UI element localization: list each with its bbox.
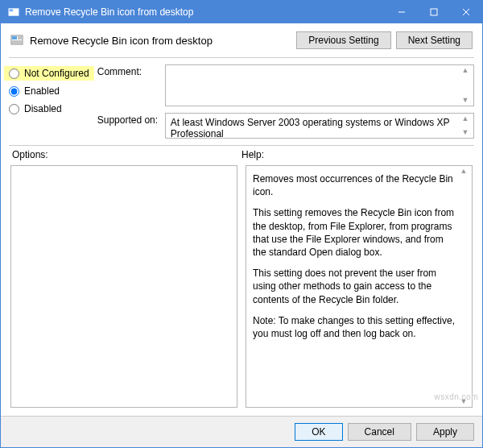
config-radios: Not Configured Enabled Disabled [9,64,89,139]
options-panel[interactable] [10,165,237,408]
help-p3: This setting does not prevent the user f… [253,267,456,306]
options-label: Options: [12,149,242,160]
maximize-button[interactable] [418,1,450,23]
supported-textbox: At least Windows Server 2003 operating s… [165,113,474,139]
policy-title: Remove Recycle Bin icon from desktop [30,35,290,47]
policy-header: Remove Recycle Bin icon from desktop Pre… [1,23,482,57]
titlebar: Remove Recycle Bin icon from desktop [1,1,482,23]
radio-not-configured[interactable]: Not Configured [4,66,94,81]
apply-button[interactable]: Apply [416,423,474,441]
policy-icon [7,6,20,19]
previous-setting-button[interactable]: Previous Setting [296,31,390,49]
radio-not-configured-label: Not Configured [24,68,89,79]
radio-disabled-label: Disabled [24,103,62,114]
help-p1: Removes most occurrences of the Recycle … [253,172,456,198]
panel-headers: Options: Help: [1,146,482,162]
help-label: Help: [242,149,471,160]
supported-scroll[interactable]: ▲▼ [459,115,472,136]
ok-button[interactable]: OK [295,423,342,441]
help-p2: This setting removes the Recycle Bin ico… [253,206,456,259]
radio-enabled-label: Enabled [24,85,60,97]
radio-enabled-input[interactable] [9,86,19,97]
supported-label: Supported on: [97,113,159,139]
radio-not-configured-input[interactable] [9,68,19,79]
close-button[interactable] [450,1,482,23]
svg-rect-2 [10,10,13,12]
window-title: Remove Recycle Bin icon from desktop [25,6,386,18]
svg-rect-4 [431,9,437,15]
svg-rect-8 [12,36,17,39]
config-area: Not Configured Enabled Disabled Comment:… [1,58,482,145]
minimize-button[interactable] [386,1,418,23]
radio-disabled-input[interactable] [9,104,19,114]
dialog-footer: OK Cancel Apply [1,416,482,447]
help-p4: Note: To make changes to this setting ef… [253,314,456,340]
panels: Removes most occurrences of the Recycle … [1,162,482,416]
next-setting-button[interactable]: Next Setting [396,31,473,49]
comment-label: Comment: [97,64,159,106]
help-scroll[interactable]: ▲▼ [457,168,470,405]
radio-disabled[interactable]: Disabled [9,103,89,114]
window-controls [386,1,482,23]
comment-textbox[interactable]: ▲▼ [165,64,474,106]
cancel-button[interactable]: Cancel [348,423,411,441]
radio-enabled[interactable]: Enabled [9,85,89,97]
comment-scroll[interactable]: ▲▼ [459,67,472,104]
policy-icon [10,34,23,47]
help-panel[interactable]: Removes most occurrences of the Recycle … [246,165,473,408]
supported-value: At least Windows Server 2003 operating s… [171,117,450,139]
